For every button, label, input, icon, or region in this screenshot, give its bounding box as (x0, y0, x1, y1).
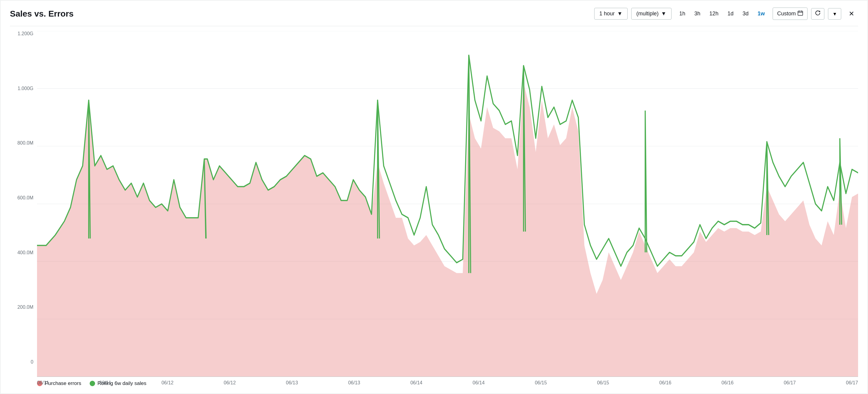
panel-title: Sales vs. Errors (10, 9, 74, 19)
x-label-0611b: 06/11 (99, 380, 111, 386)
x-label-0616b: 06/16 (721, 380, 734, 386)
y-label-0: 0 (31, 359, 33, 365)
chart-area: 1.200G 1.000G 800.0M 600.0M 400.0M 200.0… (10, 31, 858, 387)
refresh-button[interactable] (811, 8, 825, 20)
time-btn-3h[interactable]: 3h (690, 8, 705, 19)
dashboard-panel: Sales vs. Errors 1 hour ▼ (multiple) ▼ 1… (0, 0, 868, 394)
interval-label: 1 hour (599, 10, 615, 17)
panel-header: Sales vs. Errors 1 hour ▼ (multiple) ▼ 1… (10, 7, 858, 20)
x-label-0614a: 06/14 (410, 380, 423, 386)
x-label-0615b: 06/15 (597, 380, 609, 386)
y-label-200m: 200.0M (18, 305, 33, 310)
svg-rect-0 (798, 11, 803, 16)
x-label-0616a: 06/16 (659, 380, 671, 386)
y-label-600m: 600.0M (18, 195, 33, 201)
x-label-0615a: 06/15 (535, 380, 547, 386)
header-divider (10, 26, 858, 26)
time-btn-1h[interactable]: 1h (675, 8, 690, 19)
custom-range-button[interactable]: Custom (773, 7, 808, 20)
sources-label: (multiple) (636, 10, 659, 17)
chart-svg-container: 06/11 06/11 06/12 06/12 06/13 06/13 06/1… (37, 31, 858, 377)
close-button[interactable]: ✕ (845, 8, 858, 20)
more-options-button[interactable]: ▾ (828, 8, 841, 20)
chevron-down-icon: ▾ (833, 10, 836, 17)
time-range-group: 1h 3h 12h 1d 3d 1w (675, 8, 769, 19)
x-label-0617a: 06/17 (784, 380, 796, 386)
sources-dropdown[interactable]: (multiple) ▼ (631, 8, 672, 20)
x-label-0613b: 06/13 (348, 380, 360, 386)
refresh-icon (815, 10, 821, 18)
interval-dropdown-icon: ▼ (617, 10, 622, 17)
x-label-0613a: 06/13 (286, 380, 298, 386)
controls-bar: 1 hour ▼ (multiple) ▼ 1h 3h 12h 1d 3d 1w… (594, 7, 858, 20)
interval-dropdown[interactable]: 1 hour ▼ (594, 8, 628, 20)
time-btn-1d[interactable]: 1d (723, 8, 738, 19)
time-btn-1w[interactable]: 1w (753, 8, 769, 19)
y-label-1000g: 1.000G (18, 86, 33, 91)
close-icon: ✕ (849, 10, 854, 18)
custom-label: Custom (777, 10, 796, 17)
time-btn-3d[interactable]: 3d (738, 8, 753, 19)
y-label-800m: 800.0M (18, 140, 33, 146)
x-label-0617b: 06/17 (846, 380, 858, 386)
calendar-icon (798, 10, 803, 17)
y-axis: 1.200G 1.000G 800.0M 600.0M 400.0M 200.0… (10, 31, 37, 377)
x-label-0612a: 06/12 (161, 380, 174, 386)
y-label-400m: 400.0M (18, 250, 33, 255)
time-btn-12h[interactable]: 12h (705, 8, 723, 19)
y-label-1200g: 1.200G (18, 31, 33, 36)
x-label-0611a: 06/11 (37, 380, 49, 386)
chart-wrapper: 1.200G 1.000G 800.0M 600.0M 400.0M 200.0… (10, 31, 858, 377)
chart-svg (37, 31, 858, 377)
sources-dropdown-icon: ▼ (661, 10, 666, 17)
x-label-0614b: 06/14 (473, 380, 485, 386)
x-label-0612b: 06/12 (223, 380, 236, 386)
